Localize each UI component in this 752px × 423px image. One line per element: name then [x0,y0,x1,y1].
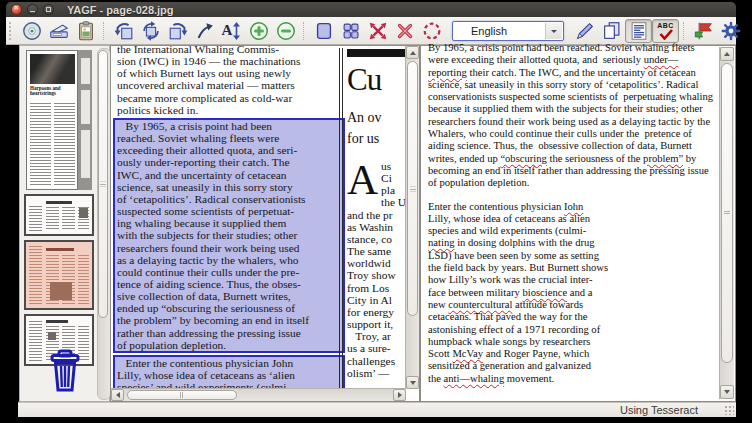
ocr-vertical-scrollbar[interactable] [719,47,734,399]
status-text: Using Tesseract [620,404,698,416]
scroll-up-button[interactable] [720,47,734,61]
multiple-blocks-button[interactable] [337,19,364,43]
ocr-paragraph[interactable]: By 1965, a crisis point had been reached… [428,42,716,190]
report-flag-button[interactable] [690,19,717,43]
thumbnail-fragment [81,90,90,124]
thumbnail-scrollbar-thumb[interactable] [98,50,108,318]
rotate-180-icon [140,20,162,42]
window-close-button[interactable] [11,4,22,15]
rotate-right-button[interactable] [164,19,191,43]
rotate-left-button[interactable] [110,19,137,43]
ocr-output-panel[interactable]: By 1965, a crisis point had been reached… [420,45,736,402]
thumbnail-image-block [50,282,72,300]
scan-text-column-1: the International Whaling Commis- sion (… [117,46,341,389]
ocr-text-editor[interactable]: By 1965, a crisis point had been reached… [428,42,716,399]
ocr-vscroll-thumb[interactable] [721,63,733,363]
thumbnail-scrollbar[interactable] [97,48,111,400]
toolbar-separator [303,22,306,40]
thumbnail-image-block [48,332,56,340]
ocr-text-segment: Enter the contentious physician [428,201,564,212]
resize-grip[interactable] [724,405,734,415]
page-thumbnail-1[interactable]: Harpoons and heartstrings [26,50,92,190]
scan-text-line: olism’ — [347,367,406,379]
scroll-left-button[interactable] [111,389,124,401]
text-block[interactable]: the International Whaling Commis- sion (… [117,46,341,116]
spellcheck-toggle-button[interactable]: ABC [652,19,679,43]
settings-button[interactable] [717,19,744,43]
scan-text-line: Troy, ar [347,330,406,342]
app-window: YAGF - page-028.jpg [6,2,736,417]
scan-image-view[interactable]: the International Whaling Commis- sion (… [110,45,420,402]
article-standfirst: An ov for us [347,107,406,149]
ocr-paragraph[interactable]: Enter the contentious physician Iohn Lil… [428,201,716,385]
standfirst-line: An ov [347,107,406,128]
thumbnail-text-column [30,103,51,185]
font-size-button[interactable]: A [218,19,245,43]
open-image-button[interactable] [18,19,45,43]
analyze-page-button[interactable] [418,19,445,43]
pencil-icon [574,20,596,42]
ocr-text-segment: the seriousness of the [547,153,643,164]
thumbnail-text-column [54,103,75,185]
misspelled-word: problem” [643,153,683,164]
thumbnail-fragment [81,58,90,84]
thumbnail-headline: Harpoons and heartstrings [30,86,63,96]
rotate-left-icon [113,20,135,42]
open-image-icon [21,20,43,42]
window-maximize-button[interactable] [43,4,54,15]
scan-text-line: us a sure- [347,342,406,354]
toolbar-separator [103,22,106,40]
zoom-out-icon [275,20,297,42]
thumbnail-headline-bar [46,320,68,323]
thumbnail-headline-bar [46,248,74,251]
scan-button[interactable] [45,19,72,43]
scan-vertical-scrollbar[interactable] [405,46,419,389]
zoom-in-icon [248,20,270,42]
page-thumbnail-2[interactable] [24,194,94,236]
thumbnail-sidebar: Harpoons and heartstrings [19,45,110,402]
remove-blocks-icon [394,20,416,42]
scroll-down-button[interactable] [406,376,419,389]
recognize-all-pages-button[interactable] [598,19,625,43]
recognize-button[interactable] [571,19,598,43]
single-block-button[interactable] [310,19,337,43]
toolbar-handle[interactable] [9,22,16,40]
expand-blocks-button[interactable] [364,19,391,43]
zoom-in-button[interactable] [245,19,272,43]
spellcheck-icon: ABC [657,22,673,40]
toolbar-separator [683,22,686,40]
scan-horizontal-scrollbar[interactable] [111,388,406,401]
text-layout-toggle-button[interactable] [625,19,652,43]
thumbnail-text-column [46,207,59,231]
scan-text-line: The same [347,245,406,257]
titlebar[interactable]: YAGF - page-028.jpg [6,2,736,17]
scan-hscroll-thumb[interactable] [127,390,237,400]
delete-page-dropzone[interactable] [45,349,85,397]
selected-text-block[interactable]: By 1965, a crisis point had been reached… [113,118,345,353]
thumbnail-text-column [29,246,42,305]
misspelled-word: Iohn [564,201,583,212]
scan-vscroll-thumb[interactable] [407,61,418,316]
scan-text-line: as Washin [347,221,406,233]
selected-text-block[interactable]: Enter the contentious physician John Lil… [113,355,345,389]
deskew-button[interactable] [191,19,218,43]
analyze-page-icon [421,20,443,42]
paste-image-button[interactable] [72,19,99,43]
category-tag [347,49,406,57]
font-size-icon: A [222,21,242,41]
remove-blocks-button[interactable] [391,19,418,43]
scroll-down-button[interactable] [720,385,734,399]
scan-text-line: stance, co [347,233,406,245]
scanned-page[interactable]: the International Whaling Commis- sion (… [111,46,406,389]
window-minimize-button[interactable] [27,4,38,15]
misspelled-word: bioscience [522,287,567,298]
scroll-right-button[interactable] [393,389,406,401]
page-thumbnail-3-selected[interactable] [24,240,94,310]
language-select[interactable]: English [452,21,564,41]
column-rule [339,48,340,389]
rotate-right-icon [167,20,189,42]
thumbnail-page: Harpoons and heartstrings [26,50,78,190]
rotate-180-button[interactable] [137,19,164,43]
scroll-up-button[interactable] [406,46,419,59]
zoom-out-button[interactable] [272,19,299,43]
